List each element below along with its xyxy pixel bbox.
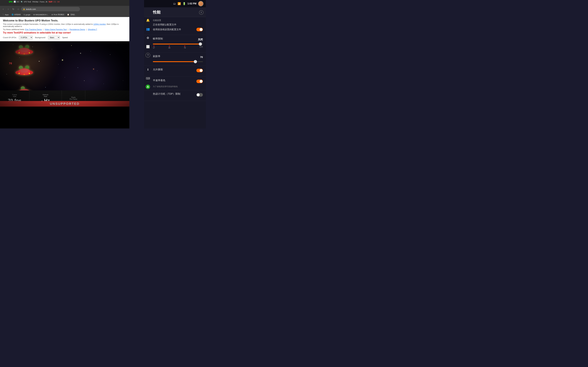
ghosting-link[interactable]: Ghosting T <box>88 28 97 31</box>
marker-17-dot <box>154 46 154 47</box>
back-button[interactable]: ‹ <box>1 7 5 11</box>
bookmark-kill-tabs[interactable]: 🌐 杀死标签 <box>10 13 22 16</box>
power-icon[interactable]: ⬇ <box>145 67 151 72</box>
count-select[interactable]: 3 UFOs 1 UFO 2 UFOs <box>19 36 33 39</box>
wifi-icon: 📶 <box>178 2 181 5</box>
game-profile-label: 使用按游戏设置的配置文件 <box>153 28 181 31</box>
frame-limit-slider[interactable]: 17 35 70 关闭 <box>153 44 203 49</box>
refresh-rate-label: RefreshRate <box>43 94 48 97</box>
bookmark-ikuai[interactable]: iK iKuai-系统概况 <box>51 13 65 16</box>
svg-point-5 <box>18 52 20 53</box>
svg-point-12 <box>20 69 28 73</box>
google-label: google <box>26 14 30 16</box>
video-game-link[interactable]: Video Game Panning Test <box>44 28 67 31</box>
forward-button[interactable]: › <box>6 7 10 11</box>
page-header: Welcome to Blur Busters UFO Motion Tests… <box>0 17 129 41</box>
ram-unit: GiB <box>57 1 60 3</box>
game-profile-toggle[interactable] <box>196 28 203 31</box>
eye-tracking-link[interactable]: Eye Tracking Demo <box>25 28 42 31</box>
half-rate-row[interactable]: 半速率着色 <box>153 79 203 84</box>
status-bar: FrameRate 70 fps RefreshRate - Hz Pixels… <box>0 91 129 107</box>
ufo-sprite-1 <box>15 44 34 56</box>
allow-tearing-knob <box>200 69 203 72</box>
svg-point-9 <box>25 66 29 69</box>
apps-label: Apps <box>5 14 9 16</box>
browser-nav-bar: ‹ › ↻ ⌂ 🔒 testufo.com <box>0 6 129 12</box>
allow-tearing-toggle[interactable] <box>196 69 203 72</box>
ikuai-icon: iK <box>52 14 53 16</box>
bookmarks-bar: ⬛ Apps 🌐 杀死标签 G google W WNGAMEBOX-I... … <box>0 12 129 17</box>
ikuai-label: iKuai-系统概况 <box>54 14 64 16</box>
pixels-label: PixelsPer Frame <box>70 96 77 100</box>
refresh-rate-fill <box>153 61 195 62</box>
reload-button[interactable]: ↻ <box>11 7 15 11</box>
frame-limit-thumb[interactable] <box>199 42 202 46</box>
page-links: Try these additional tests: Eye Tracking… <box>3 28 126 31</box>
settings-subtitle: 任能设置 <box>153 19 161 22</box>
notification-icon[interactable]: 🔔 <box>145 18 151 23</box>
settings-icon[interactable]: ⚙ <box>145 35 151 41</box>
bookmark-google[interactable]: G google <box>23 13 32 16</box>
browser-tab-bar: GPU 📊 342 🛸 UFO TesE RNUltipl - Frame...… <box>0 0 129 6</box>
window-icon[interactable]: ⬜ <box>145 44 151 49</box>
half-rate-section: 半速率着色 为了省电而应用可变速率着色 <box>144 77 206 90</box>
bookmark-new[interactable]: 📋 【新提... <box>66 13 77 16</box>
refresh-rate-slider[interactable] <box>153 61 203 62</box>
count-label: Count Of UFOs: <box>3 36 17 39</box>
ufo-sprite-2 <box>15 65 34 76</box>
svg-point-13 <box>18 73 20 74</box>
lock-icon: 🔒 <box>23 8 25 10</box>
info-button[interactable]: i <box>199 10 203 15</box>
frame-rate-label: FrameRate <box>12 94 17 97</box>
refresh-rate-track <box>153 61 203 62</box>
wngamebox-label: WNGAMEBOX-I... <box>35 14 49 16</box>
keyboard-icon[interactable]: ⌨ <box>145 76 151 81</box>
marker-off: 关闭 <box>199 46 203 49</box>
refresh-rate-row: 刷新率 70 <box>153 55 203 60</box>
time-display: 1:02 PM <box>188 2 196 5</box>
persistence-demo-link[interactable]: Persistence Demo <box>69 28 85 31</box>
settings-body[interactable]: 任能设置 正在使用默认配置文件 使用按游戏设置的配置文件 帧率限制 关闭 <box>144 17 206 128</box>
marker-17: 17 <box>153 46 155 49</box>
bookmark-wngamebox[interactable]: W WNGAMEBOX-I... <box>32 13 50 16</box>
frame-limit-label: 帧率限制 <box>153 37 163 40</box>
tdp-section: 热设计功耗（TDP）限制 <box>144 90 206 101</box>
new-label: 【新提... <box>70 14 76 16</box>
settings-title: 性能 <box>153 10 203 15</box>
frame-limit-section: 帧率限制 关闭 17 35 <box>144 35 206 53</box>
page-title: Welcome to Blur Busters UFO Motion Tests… <box>3 19 126 22</box>
address-text: testufo.com <box>26 8 36 10</box>
section-heading-row: 任能设置 <box>153 19 203 22</box>
svg-point-4 <box>20 48 28 52</box>
marker-35: 35 <box>168 46 170 49</box>
frame-limit-track <box>153 44 203 44</box>
address-bar[interactable]: 🔒 testufo.com <box>21 7 80 11</box>
ram-value: 2.1 <box>53 1 56 3</box>
game-profile-row[interactable]: 使用按游戏设置的配置文件 <box>153 28 203 31</box>
right-panel: 🔔 👥 ⚙ ⬜ ? ⬇ ⌨ A i 性能 任能设置 正在使用默认配置文件 使用按… <box>144 0 206 128</box>
wngamebox-icon: W <box>33 14 35 16</box>
home-button[interactable]: ⌂ <box>16 7 20 11</box>
kill-tabs-label: 杀死标签 <box>14 14 21 16</box>
kill-tabs-icon: 🌐 <box>12 14 14 16</box>
monitor-link[interactable]: 120Hz monitor <box>93 23 106 25</box>
half-rate-knob <box>200 80 203 83</box>
refresh-rate-thumb[interactable] <box>194 60 197 63</box>
tdp-knob <box>197 93 200 96</box>
speed-icon[interactable]: A <box>146 84 150 89</box>
half-rate-toggle[interactable] <box>196 80 203 83</box>
marker-35-label: 35 <box>168 47 170 49</box>
bookmark-apps[interactable]: ⬛ Apps <box>1 13 10 16</box>
users-icon[interactable]: 👥 <box>145 26 151 32</box>
google-icon: G <box>24 14 25 16</box>
half-rate-label: 半速率着色 <box>153 79 165 82</box>
bg-select[interactable]: Stars Black Gray <box>48 36 60 39</box>
tdp-row[interactable]: 热设计功耗（TDP）限制 <box>153 92 203 97</box>
tearing-row[interactable]: 允许撕裂 <box>153 68 203 73</box>
help-icon[interactable]: ? <box>146 53 150 58</box>
avatar[interactable] <box>198 1 203 6</box>
frame-limit-value: 关闭 <box>198 38 203 41</box>
bg-label: Background: <box>35 36 46 39</box>
tdp-toggle[interactable] <box>196 93 203 97</box>
marker-70: 70 <box>184 46 186 49</box>
